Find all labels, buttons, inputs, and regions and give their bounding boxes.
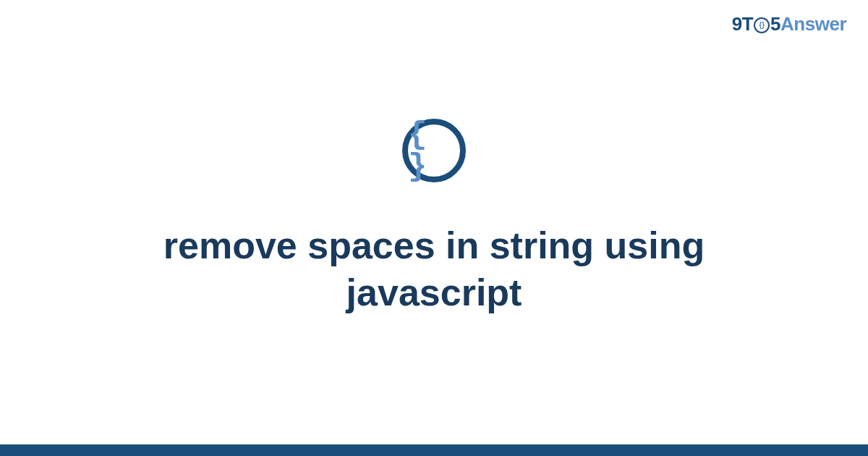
code-braces-icon: { } [408, 119, 460, 182]
topic-icon-circle: { } [402, 119, 466, 182]
footer-bar [0, 444, 868, 456]
main-content: { } remove spaces in string using javasc… [0, 0, 868, 456]
page-title: remove spaces in string using javascript [72, 222, 796, 316]
